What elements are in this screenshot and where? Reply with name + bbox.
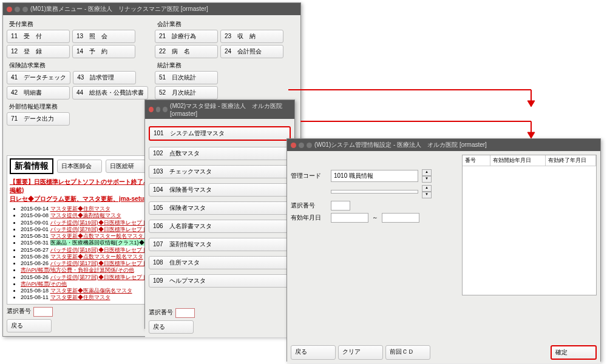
btn-23[interactable]: 23 収 納 (220, 30, 283, 43)
btn-103[interactable]: 103 チェックマスタ (149, 165, 291, 178)
up-icon[interactable]: ▲ (422, 185, 432, 192)
btn-12[interactable]: 12 登 録 (7, 45, 70, 58)
max-icon[interactable] (307, 143, 312, 148)
up-icon[interactable]: ▲ (422, 169, 432, 176)
news-link[interactable]: パッチ提供(第77回)◆日医標準レセプトソフ (50, 274, 158, 280)
news-link[interactable]: マスタ更新◆点数マスター般名マスタ (50, 254, 143, 260)
sel-field-3[interactable] (331, 201, 350, 211)
btn-71[interactable]: 71 データ出力 (7, 112, 70, 126)
dates-label: 有効年月日 (291, 214, 327, 222)
subcode-spinner[interactable]: ▲ ▼ (422, 185, 432, 198)
btn-101-sysmgmt[interactable]: 101 システム管理マスタ (149, 126, 291, 141)
news-link[interactable]: パッチ提供(第78回)◆日医標準レセプトソフ (50, 226, 158, 232)
title-text: (W01)システム管理情報設定 - 医療法人 オルカ医院 [ormaster] (314, 141, 487, 149)
section-reception: 受付業務 (9, 20, 149, 29)
window-m02: (M02)マスタ登録 - 医療法人 オルカ医院 [ormaster] 101 シ… (144, 99, 295, 329)
btn-109[interactable]: 109 ヘルプマスタ (149, 274, 291, 288)
btn-41[interactable]: 41 データチェック (7, 71, 70, 84)
news-link[interactable]: マスタ提供◆薬剤情報マスタ (50, 212, 121, 218)
btn-44[interactable]: 44 総括表・公費請求書 (72, 86, 148, 99)
news-link[interactable]: パッチ提供(第19回)◆日医標準レセプトソフ (50, 220, 158, 226)
close-icon[interactable] (291, 143, 296, 148)
btn-107[interactable]: 107 薬剤情報マスタ (149, 238, 291, 251)
news-link[interactable]: 書/API/帳票/その他 (21, 281, 67, 287)
code-dropdown[interactable]: 1010 職員情報 (331, 170, 418, 182)
news-link[interactable]: マスタ更新◆住所マスタ (50, 294, 110, 300)
close-icon[interactable] (7, 7, 12, 12)
btn-clear[interactable]: クリア (338, 345, 383, 360)
btn-confirm[interactable]: 確定 (551, 345, 597, 360)
sel-label: 選択番号 (7, 307, 31, 317)
sel-label-3: 選択番号 (291, 201, 327, 210)
titlebar-m02[interactable]: (M02)マスタ登録 - 医療法人 オルカ医院 [ormaster] (145, 100, 294, 119)
arrow-1 (288, 84, 543, 108)
btn-24[interactable]: 24 会計照会 (220, 45, 283, 58)
news-title: 新着情報 (10, 158, 53, 174)
close-icon[interactable] (149, 107, 154, 112)
btn-11[interactable]: 11 受 付 (7, 30, 70, 43)
window-w01: (W01)システム管理情報設定 - 医療法人 オルカ医院 [ormaster] … (287, 138, 601, 362)
btn-prevcd[interactable]: 前回ＣＤ (385, 345, 430, 360)
btn-104[interactable]: 104 保険番号マスタ (149, 183, 291, 197)
btn-21[interactable]: 21 診療行為 (155, 30, 218, 43)
title-text: (M02)マスタ登録 - 医療法人 オルカ医院 [ormaster] (170, 102, 291, 117)
date-from[interactable] (331, 213, 368, 223)
sel-label-2: 選択番号 (149, 308, 173, 318)
tilde: ～ (372, 214, 378, 222)
sel-field[interactable] (33, 307, 53, 317)
titlebar-m01[interactable]: (M01)業務メニュー - 医療法人 リナックスマニア医院 [ormaster] (3, 3, 300, 15)
btn-jmari[interactable]: 日医総研 (106, 160, 151, 173)
down-icon[interactable]: ▼ (422, 176, 432, 183)
svg-marker-2 (527, 101, 535, 107)
btn-106[interactable]: 106 人名辞書マスタ (149, 220, 291, 233)
col-no: 番号 (463, 155, 490, 166)
btn-42[interactable]: 42 明細書 (7, 86, 70, 99)
btn-jma[interactable]: 日本医師会 (57, 160, 102, 173)
news-link[interactable]: パッチ提供(第17回)◆日医標準レセプトソフ (50, 260, 158, 266)
section-accounting: 会計業務 (157, 20, 297, 29)
btn-51[interactable]: 51 日次統計 (155, 71, 218, 84)
section-external: 外部情報処理業務 (9, 103, 149, 111)
btn-13[interactable]: 13 照 会 (72, 30, 135, 43)
sel-field-2[interactable] (175, 308, 195, 318)
news-link[interactable]: マスタ更新◆点数マスター般名マスタ、最低 (50, 233, 160, 239)
min-icon[interactable] (299, 143, 304, 148)
btn-back-1[interactable]: 戻る (7, 319, 52, 332)
code-label: 管理コード (291, 172, 327, 180)
date-to[interactable] (382, 213, 419, 223)
down-icon[interactable]: ▼ (422, 192, 432, 198)
btn-back-2[interactable]: 戻る (149, 320, 194, 334)
subcode-dropdown[interactable] (331, 190, 418, 194)
news-link[interactable]: マスタ更新◆医薬品傷病名マスタ (50, 288, 132, 294)
btn-22[interactable]: 22 病 名 (155, 45, 218, 58)
news-link[interactable]: パッチ提供(第18回)◆日医標準レセプトソフ (50, 247, 158, 253)
btn-43[interactable]: 43 請求管理 (73, 71, 136, 84)
min-icon[interactable] (15, 7, 20, 12)
section-insurance: 保険請求業務 (9, 61, 149, 70)
code-spinner[interactable]: ▲ ▼ (422, 169, 432, 183)
min-icon[interactable] (156, 107, 161, 112)
max-icon[interactable] (163, 107, 168, 112)
news-link[interactable]: マスタ更新◆住所マスタ (50, 206, 110, 212)
col-end: 有効終了年月日 (546, 155, 596, 166)
section-stats: 統計業務 (157, 61, 297, 70)
btn-52[interactable]: 52 月次統計 (155, 86, 218, 99)
btn-14[interactable]: 14 予 約 (72, 45, 135, 58)
title-text: (M01)業務メニュー - 医療法人 リナックスマニア医院 [ormaster] (30, 5, 208, 13)
col-start: 有効開始年月日 (490, 155, 546, 166)
btn-105[interactable]: 105 保険者マスタ (149, 201, 291, 215)
news-link[interactable]: 書/API/帳票/地方公費・負担金計算関係/その他 (21, 267, 134, 273)
btn-back-3[interactable]: 戻る (291, 345, 336, 360)
validity-list[interactable]: 番号 有効開始年月日 有効終了年月日 (462, 155, 597, 295)
news-link[interactable]: 医薬品・医療機器回収情報(クラス1)◆No (50, 240, 152, 246)
max-icon[interactable] (22, 7, 28, 12)
btn-102[interactable]: 102 点数マスタ (149, 147, 291, 160)
svg-marker-5 (527, 132, 535, 138)
titlebar-w01[interactable]: (W01)システム管理情報設定 - 医療法人 オルカ医院 [ormaster] (287, 139, 600, 151)
btn-108[interactable]: 108 住所マスタ (149, 256, 291, 269)
